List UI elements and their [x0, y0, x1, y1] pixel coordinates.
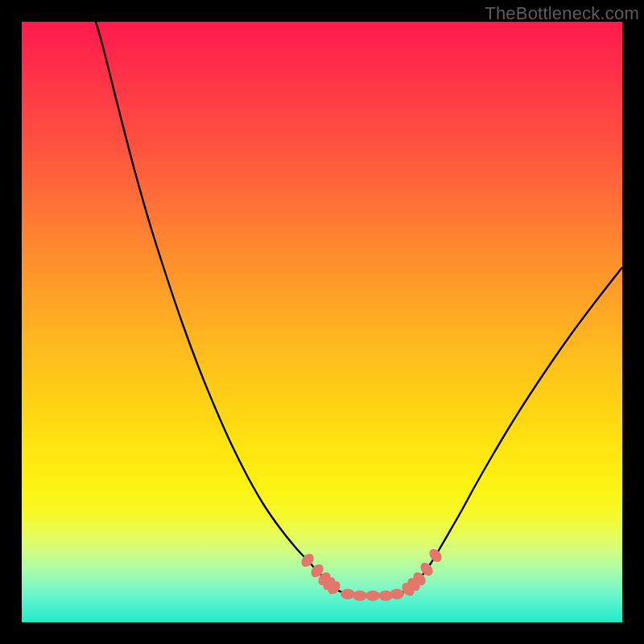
watermark-text: TheBottleneck.com — [485, 3, 639, 24]
gradient-background — [22, 22, 622, 622]
chart-frame — [22, 22, 622, 622]
